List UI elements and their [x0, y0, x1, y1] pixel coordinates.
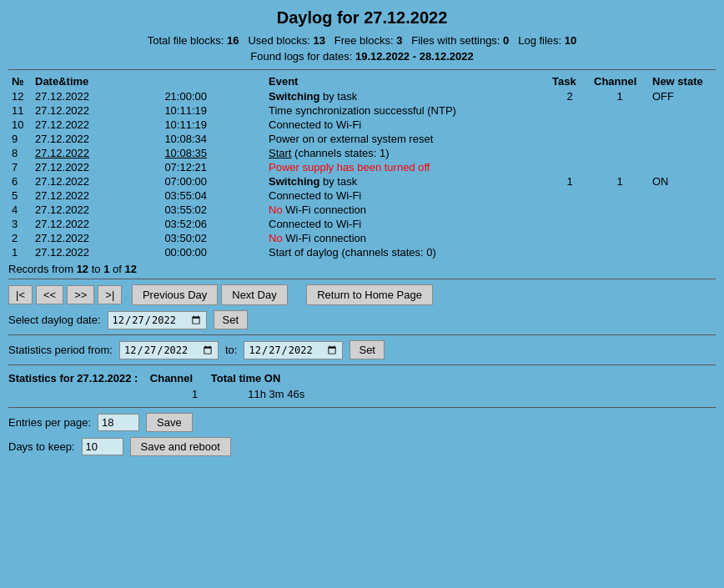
- row-newstate: [649, 203, 716, 217]
- date-select-input[interactable]: [108, 311, 207, 329]
- row-date: 27.12.2022: [32, 188, 161, 203]
- row-num: 9: [8, 132, 32, 146]
- row-time: 07:12:21: [161, 160, 265, 174]
- stats-period-from-label: Statistics period from:: [8, 344, 113, 356]
- row-task: [549, 245, 591, 259]
- records-to: 1: [103, 263, 109, 275]
- table-row: 1027.12.202210:11:19Connected to Wi-Fi: [8, 118, 716, 132]
- row-task: [549, 188, 591, 203]
- row-channel: 1: [591, 89, 649, 103]
- row-event: Time synchronization successful (NTP): [265, 103, 549, 118]
- label-settings: Files with settings:: [411, 34, 500, 47]
- header-channel: Channel: [591, 73, 649, 89]
- divider-entries: [8, 407, 716, 408]
- row-date: 27.12.2022: [32, 245, 161, 259]
- date-select-section: Select daylog date: Set: [8, 310, 716, 329]
- row-date: 27.12.2022: [32, 146, 161, 160]
- row-newstate: [649, 160, 716, 174]
- entries-section: Entries per page: Save: [8, 413, 716, 432]
- row-time: 03:55:04: [161, 188, 265, 203]
- row-newstate: [649, 217, 716, 231]
- row-task: 1: [549, 174, 591, 188]
- row-date: 27.12.2022: [32, 174, 161, 188]
- row-num: 4: [8, 203, 32, 217]
- home-button[interactable]: Return to Home Page: [306, 284, 433, 305]
- table-row: 1127.12.202210:11:19Time synchronization…: [8, 103, 716, 118]
- header-num: №: [8, 73, 32, 89]
- stats-title: Statistics for 27.12.2022 :: [8, 372, 138, 384]
- stats-row: 111h 3m 46s: [192, 388, 716, 400]
- table-row: 627.12.202207:00:00Switching by task11ON: [8, 174, 716, 188]
- prev-page-button[interactable]: <<: [36, 285, 63, 304]
- divider-stats: [8, 334, 716, 335]
- row-task: [549, 217, 591, 231]
- stats-section: Statistics for 27.12.2022 : Channel Tota…: [8, 372, 716, 400]
- records-total: 12: [125, 263, 137, 275]
- row-channel: 1: [591, 174, 649, 188]
- stats-period-to-input[interactable]: [244, 341, 343, 359]
- last-page-button[interactable]: >|: [98, 285, 122, 304]
- save-reboot-button[interactable]: Save and reboot: [130, 437, 231, 456]
- stats-col-channel: Channel: [150, 372, 193, 384]
- date-range: Found logs for dates: 19.12.2022 - 28.12…: [8, 50, 716, 63]
- row-time: 03:52:06: [161, 217, 265, 231]
- row-newstate: [649, 103, 716, 118]
- log-count: 10: [565, 34, 576, 47]
- days-input[interactable]: [82, 438, 123, 455]
- file-info: Total file blocks: 16 Used blocks: 13 Fr…: [8, 34, 716, 47]
- label-free: Free blocks:: [334, 34, 394, 47]
- row-num: 3: [8, 217, 32, 231]
- stats-period-section: Statistics period from: to: Set: [8, 340, 716, 359]
- row-channel: [591, 217, 649, 231]
- row-num: 2: [8, 231, 32, 245]
- next-day-button[interactable]: Next Day: [221, 284, 287, 305]
- row-time: 10:11:19: [161, 103, 265, 118]
- nav-section: |< << >> >| Previous Day Next Day Return…: [8, 284, 716, 305]
- row-num: 1: [8, 245, 32, 259]
- row-time: 10:08:35: [161, 146, 265, 160]
- table-row: 127.12.202200:00:00Start of daylog (chan…: [8, 245, 716, 259]
- log-table: № Date&time Event Task Channel New state…: [8, 73, 716, 259]
- row-channel: [591, 203, 649, 217]
- records-from: 12: [77, 263, 88, 275]
- row-event: Power on or external system reset: [265, 132, 549, 146]
- entries-save-button[interactable]: Save: [146, 413, 193, 432]
- header-newstate: New state: [649, 73, 716, 89]
- row-num: 10: [8, 118, 32, 132]
- row-num: 7: [8, 160, 32, 174]
- prev-day-button[interactable]: Previous Day: [132, 284, 218, 305]
- row-event: Power supply has been turned off: [265, 160, 549, 174]
- row-task: [549, 203, 591, 217]
- row-channel: [591, 231, 649, 245]
- row-task: [549, 231, 591, 245]
- row-newstate: [649, 188, 716, 203]
- stats-channel: 1: [192, 388, 198, 400]
- date-select-set-button[interactable]: Set: [214, 310, 249, 329]
- stats-period-from-input[interactable]: [119, 341, 219, 359]
- used-blocks: 13: [313, 34, 324, 47]
- label-logs: Log files:: [518, 34, 561, 47]
- row-task: [549, 146, 591, 160]
- stats-rows: 111h 3m 46s: [192, 388, 716, 400]
- row-num: 5: [8, 188, 32, 203]
- row-event: No Wi-Fi connection: [265, 203, 549, 217]
- divider-stats2: [8, 364, 716, 365]
- table-row: 927.12.202210:08:34Power on or external …: [8, 132, 716, 146]
- days-section: Days to keep: Save and reboot: [8, 437, 716, 456]
- row-task: [549, 118, 591, 132]
- row-newstate: [649, 245, 716, 259]
- row-date: 27.12.2022: [32, 89, 161, 103]
- stats-period-set-button[interactable]: Set: [349, 340, 385, 359]
- entries-input[interactable]: [98, 414, 139, 431]
- row-channel: [591, 160, 649, 174]
- row-date: 27.12.2022: [32, 118, 161, 132]
- row-date: 27.12.2022: [32, 231, 161, 245]
- first-page-button[interactable]: |<: [8, 285, 33, 304]
- row-time: 07:00:00: [161, 174, 265, 188]
- row-event: Connected to Wi-Fi: [265, 217, 549, 231]
- row-time: 10:08:34: [161, 132, 265, 146]
- row-task: [549, 160, 591, 174]
- next-page-button[interactable]: >>: [67, 285, 94, 304]
- row-event: Connected to Wi-Fi: [265, 118, 549, 132]
- row-newstate: [649, 231, 716, 245]
